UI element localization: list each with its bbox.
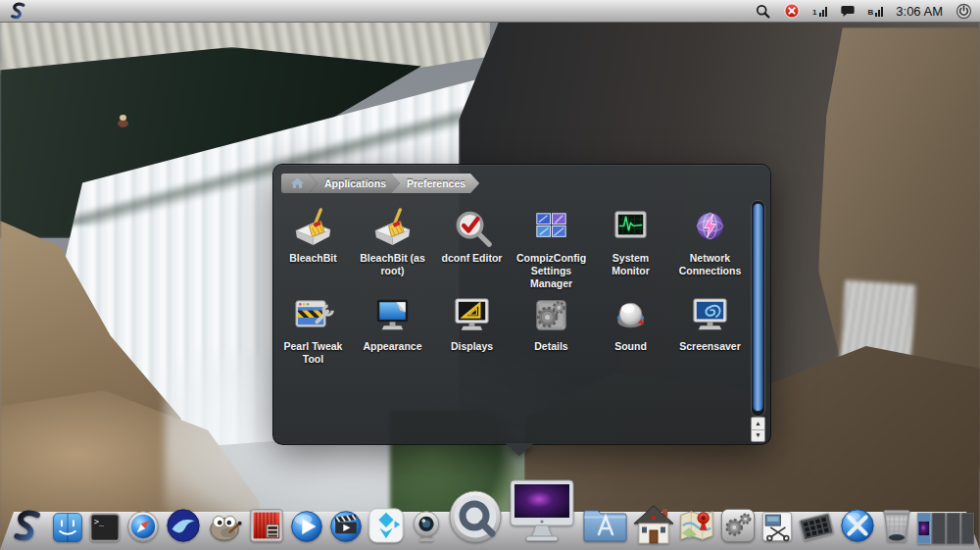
update-alert-icon[interactable] bbox=[784, 3, 800, 19]
home-icon bbox=[291, 177, 304, 189]
app-bleachbit-root[interactable]: BleachBit (as root) bbox=[353, 204, 432, 292]
dock-item-pearl-menu[interactable] bbox=[10, 509, 47, 544]
audio-grille-icon bbox=[798, 509, 835, 544]
scrollbar-thumb[interactable] bbox=[753, 203, 763, 412]
breadcrumb-label: Preferences bbox=[407, 177, 466, 189]
details-icon bbox=[529, 294, 573, 338]
pearl-tweak-tool-icon bbox=[291, 294, 335, 338]
bleachbit-root-icon bbox=[370, 206, 415, 250]
system-monitor-icon bbox=[609, 206, 653, 250]
breadcrumb-label: Applications bbox=[324, 177, 386, 189]
app-label: Screensaver bbox=[679, 340, 740, 353]
down-arrow-icon: ▼ bbox=[755, 432, 760, 439]
dock-item-webcam[interactable] bbox=[409, 509, 444, 544]
app-label: Details bbox=[534, 340, 567, 353]
dock-item-quicktime[interactable] bbox=[448, 489, 503, 544]
app-label: Sound bbox=[614, 340, 647, 353]
breadcrumb-preferences[interactable]: Preferences bbox=[391, 174, 479, 193]
clock[interactable]: 3:06 AM bbox=[896, 4, 943, 19]
app-label: BleachBit bbox=[289, 252, 336, 265]
scrollbar-buttons: ▲ ▼ bbox=[751, 417, 765, 442]
dock-item-audio-grille[interactable] bbox=[798, 509, 835, 544]
wallpaper-swimmer-head bbox=[120, 115, 126, 121]
dock-item-terminal[interactable]: >_ bbox=[88, 511, 122, 544]
finder-icon bbox=[51, 511, 84, 544]
screensaver-icon bbox=[688, 294, 732, 338]
power-icon[interactable] bbox=[956, 3, 972, 20]
bleachbit-icon bbox=[291, 206, 335, 250]
dock-item-maps[interactable] bbox=[678, 507, 715, 544]
home-folder-icon bbox=[633, 505, 674, 544]
signal-left-label: 1 bbox=[812, 9, 816, 17]
dock-item-x11[interactable] bbox=[839, 507, 876, 544]
app-details[interactable]: Details bbox=[512, 292, 591, 380]
trash-icon bbox=[880, 507, 913, 544]
dock-item-workspace-switcher[interactable] bbox=[917, 513, 974, 544]
dock-item-web-browser[interactable] bbox=[125, 509, 161, 544]
app-bleachbit[interactable]: BleachBit bbox=[273, 204, 353, 292]
chat-bubble-icon[interactable] bbox=[840, 5, 856, 18]
dock: >_ bbox=[10, 479, 974, 544]
dock-item-movie-theater[interactable] bbox=[248, 507, 285, 544]
webcam-icon bbox=[409, 509, 444, 544]
dock-item-trash[interactable] bbox=[880, 507, 913, 544]
breadcrumb-applications[interactable]: Applications bbox=[309, 174, 400, 193]
x11-icon bbox=[839, 507, 876, 544]
app-label: dconf Editor bbox=[442, 252, 503, 265]
app-label: Appearance bbox=[363, 340, 421, 353]
wallpaper-swimmer bbox=[118, 120, 128, 127]
app-label: Displays bbox=[451, 340, 493, 353]
app-dconf-editor[interactable]: dconf Editor bbox=[432, 204, 512, 292]
app-screensaver[interactable]: Screensaver bbox=[670, 292, 750, 380]
app-label: Network Connections bbox=[672, 252, 749, 277]
dock-item-system-settings[interactable] bbox=[719, 507, 757, 544]
web-browser-icon bbox=[125, 509, 161, 544]
dock-item-kodi[interactable] bbox=[368, 507, 405, 544]
video-clapper-icon bbox=[328, 509, 364, 544]
dock-item-app-store[interactable] bbox=[581, 505, 630, 544]
scroll-up-button[interactable]: ▲ bbox=[752, 418, 764, 429]
scrollbar: ▲ ▼ bbox=[751, 200, 765, 442]
computer-imac-icon bbox=[507, 479, 577, 544]
screenshot-tool-icon bbox=[760, 509, 794, 544]
search-icon[interactable] bbox=[755, 3, 771, 20]
dock-item-computer[interactable] bbox=[507, 479, 577, 544]
app-appearance[interactable]: Appearance bbox=[353, 292, 432, 380]
quicktime-icon bbox=[448, 489, 503, 544]
app-displays[interactable]: Displays bbox=[432, 292, 512, 380]
app-pearl-tweak-tool[interactable]: Pearl Tweak Tool bbox=[273, 292, 353, 380]
sound-icon bbox=[609, 294, 653, 338]
network-signal-icon[interactable]: 1 bbox=[812, 6, 826, 17]
up-arrow-icon: ▲ bbox=[755, 421, 760, 427]
app-label: BleachBit (as root) bbox=[355, 252, 431, 277]
system-settings-icon bbox=[719, 507, 757, 544]
app-label: System Monitor bbox=[593, 252, 669, 277]
scroll-down-button[interactable]: ▼ bbox=[752, 429, 764, 442]
app-sound[interactable]: Sound bbox=[591, 292, 670, 380]
displays-icon bbox=[450, 294, 494, 338]
app-label: Pearl Tweak Tool bbox=[275, 340, 352, 366]
appearance-icon bbox=[370, 294, 415, 338]
dock-item-gimp[interactable] bbox=[205, 507, 244, 544]
app-system-monitor[interactable]: System Monitor bbox=[591, 204, 670, 292]
compizconfig-icon bbox=[529, 206, 573, 250]
kodi-icon bbox=[368, 507, 405, 544]
dock-item-seamonkey[interactable] bbox=[165, 507, 202, 544]
dock-item-media-player[interactable] bbox=[289, 509, 324, 544]
panel-pointer-arrow bbox=[505, 443, 534, 456]
dock-item-screenshot-tool[interactable] bbox=[760, 509, 794, 544]
dock-item-video-clapper[interactable] bbox=[328, 509, 364, 544]
dock-item-home-folder[interactable] bbox=[633, 505, 674, 544]
network-connections-icon bbox=[688, 206, 732, 250]
app-grid: BleachBit BleachBit (as root) dconf Edit… bbox=[273, 204, 750, 380]
dconf-editor-icon bbox=[450, 206, 494, 250]
app-network-connections[interactable]: Network Connections bbox=[670, 204, 750, 292]
scrollbar-track[interactable] bbox=[751, 200, 765, 417]
bluetooth-signal-icon[interactable]: B bbox=[868, 6, 884, 17]
app-compizconfig[interactable]: CompizConfig Settings Manager bbox=[512, 204, 591, 292]
gimp-icon bbox=[205, 507, 244, 544]
menubar: 1 B 3:06 AM bbox=[0, 0, 980, 23]
pearl-logo-icon[interactable] bbox=[8, 2, 29, 21]
app-label: CompizConfig Settings Manager bbox=[514, 252, 590, 289]
dock-item-finder[interactable] bbox=[51, 511, 84, 544]
